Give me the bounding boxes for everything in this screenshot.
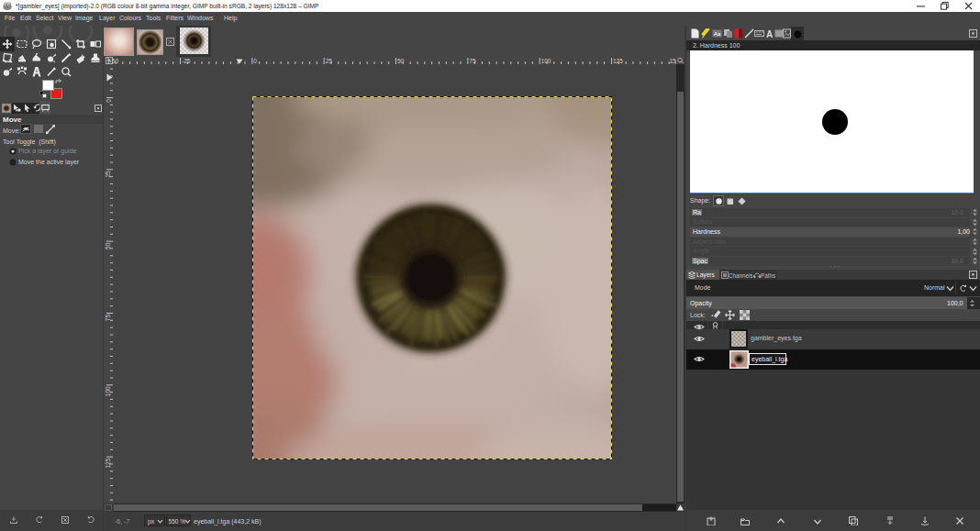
svg-text:Aa: Aa	[714, 31, 721, 37]
svg-text:125: 125	[613, 58, 623, 64]
svg-text:100: 100	[541, 58, 551, 64]
svg-text:-25: -25	[182, 58, 191, 64]
svg-text:125: 125	[106, 458, 112, 468]
svg-text:A: A	[766, 29, 773, 39]
svg-text:-50: -50	[110, 58, 119, 64]
svg-text:100: 100	[106, 386, 112, 396]
svg-text:150: 150	[670, 58, 677, 64]
svg-text:0: 0	[253, 58, 257, 64]
svg-text:0: 0	[106, 99, 112, 103]
